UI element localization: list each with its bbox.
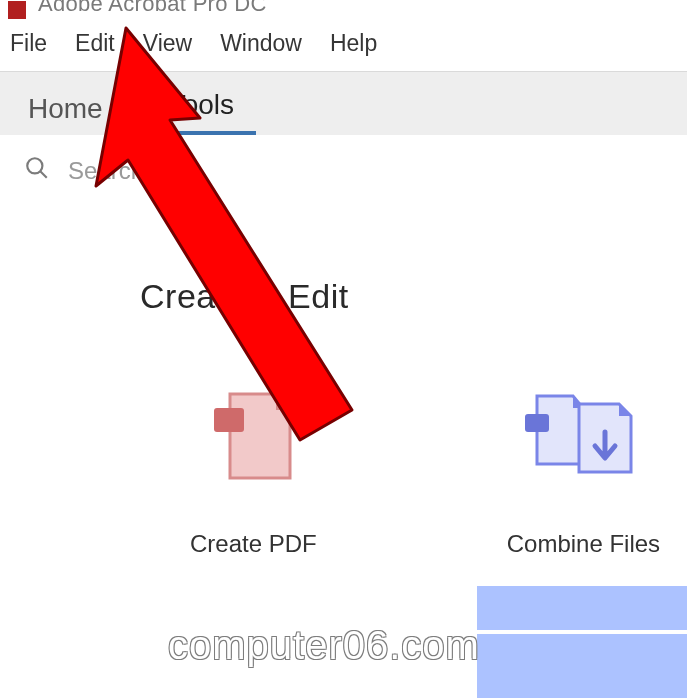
create-pdf-icon — [208, 386, 298, 490]
svg-rect-2 — [214, 408, 244, 432]
app-title: Adobe Acrobat Pro DC — [38, 0, 267, 17]
menu-edit[interactable]: Edit — [75, 30, 115, 57]
tool-create-pdf-label: Create PDF — [190, 530, 317, 558]
combine-files-icon — [523, 386, 643, 490]
tool-row: Create PDF Combine Files — [0, 316, 687, 558]
svg-rect-3 — [525, 414, 549, 432]
tool-create-pdf[interactable]: Create PDF — [190, 386, 317, 558]
menu-bar: File Edit View Window Help — [0, 24, 687, 71]
title-bar: Adobe Acrobat Pro DC — [0, 0, 687, 24]
search-row — [0, 135, 687, 207]
menu-view[interactable]: View — [143, 30, 192, 57]
menu-window[interactable]: Window — [220, 30, 302, 57]
search-icon — [24, 155, 50, 187]
tool-combine-files-label: Combine Files — [507, 530, 660, 558]
watermark: computer06.com — [168, 623, 480, 668]
tab-tools[interactable]: Tools — [165, 81, 256, 135]
tool-combine-files[interactable]: Combine Files — [507, 386, 660, 558]
menu-help[interactable]: Help — [330, 30, 377, 57]
svg-line-1 — [40, 171, 47, 178]
menu-file[interactable]: File — [10, 30, 47, 57]
tab-home[interactable]: Home — [24, 85, 125, 135]
svg-point-0 — [27, 158, 42, 173]
search-input[interactable] — [68, 157, 368, 185]
section-title-create-edit: Create & Edit — [0, 207, 687, 316]
highlight-overlay — [477, 586, 687, 630]
tab-bar: Home Tools — [0, 71, 687, 135]
app-icon — [8, 1, 26, 19]
highlight-overlay — [477, 634, 687, 698]
